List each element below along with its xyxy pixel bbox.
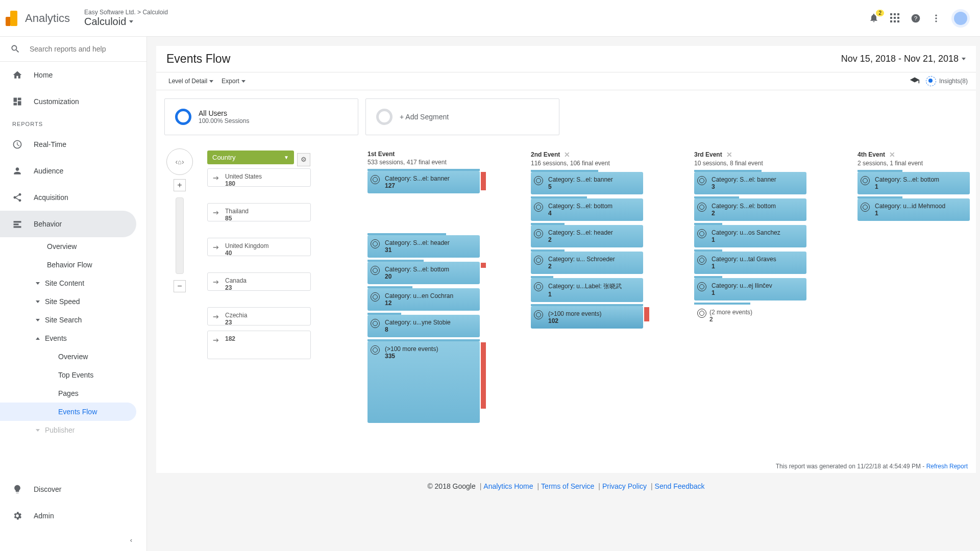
breadcrumb[interactable]: Easy Software Ltd. > Calculoid bbox=[84, 9, 168, 16]
person-icon bbox=[12, 166, 22, 176]
collapse-sidebar-button[interactable]: ‹ bbox=[0, 529, 146, 551]
footer-tos[interactable]: Terms of Service bbox=[541, 482, 594, 490]
add-segment-button[interactable]: + Add Segment bbox=[365, 98, 559, 135]
flow-event-column: 1st Event533 sessions, 417 final eventCa… bbox=[368, 151, 480, 427]
dimension-selector[interactable]: Country▼ bbox=[207, 151, 294, 164]
event-icon bbox=[861, 176, 870, 185]
export-dropdown[interactable]: Export bbox=[217, 76, 250, 87]
event-icon bbox=[371, 345, 380, 355]
event-icon bbox=[534, 229, 543, 238]
nav-behavior-overview[interactable]: Overview bbox=[0, 237, 146, 256]
zoom-slider[interactable] bbox=[176, 197, 184, 274]
help-icon[interactable]: ? bbox=[911, 13, 921, 23]
gear-icon bbox=[12, 511, 22, 521]
source-node[interactable]: Canada23 bbox=[207, 272, 311, 291]
source-node[interactable]: Thailand85 bbox=[207, 203, 311, 221]
flow-nav-button[interactable]: ‹ ⌂ › bbox=[166, 148, 193, 175]
event-node[interactable]: Category: u...tal Graves1 bbox=[694, 252, 806, 274]
insights-button[interactable]: Insights(8) bbox=[926, 76, 968, 86]
nav-customization[interactable]: Customization bbox=[0, 88, 146, 115]
chevron-down-icon bbox=[129, 20, 133, 23]
nav-audience[interactable]: Audience bbox=[0, 158, 146, 184]
event-node[interactable]: Category: u...os Sanchez1 bbox=[694, 225, 806, 247]
nav-site-content[interactable]: Site Content bbox=[0, 274, 146, 292]
nav-events-top[interactable]: Top Events bbox=[0, 366, 146, 384]
level-of-detail-dropdown[interactable]: Level of Detail bbox=[164, 76, 217, 87]
education-icon[interactable] bbox=[910, 76, 920, 86]
event-icon bbox=[371, 319, 380, 328]
event-node[interactable]: (>100 more events)335 bbox=[368, 341, 480, 423]
nav-events-pages[interactable]: Pages bbox=[0, 384, 146, 403]
nav-home[interactable]: Home bbox=[0, 62, 146, 88]
close-icon[interactable]: ✕ bbox=[726, 151, 732, 159]
close-icon[interactable]: ✕ bbox=[564, 151, 570, 159]
event-node[interactable]: Category: u...id Mehmood1 bbox=[857, 198, 970, 221]
notifications-button[interactable]: 2 bbox=[869, 13, 880, 24]
property-selector[interactable]: Calculoid bbox=[84, 16, 168, 28]
event-node[interactable]: Category: S...el: bottom4 bbox=[531, 198, 643, 221]
event-node[interactable]: Category: S...el: bottom20 bbox=[368, 262, 480, 284]
nav-admin[interactable]: Admin bbox=[0, 503, 146, 529]
nav-acquisition[interactable]: Acquisition bbox=[0, 184, 146, 211]
events-flow-viz: ‹ ⌂ › + − Country▼ ⚙ United States180Tha… bbox=[156, 143, 976, 460]
event-icon bbox=[534, 256, 543, 265]
event-node[interactable]: Category: u...Label: 张晓武1 bbox=[531, 278, 643, 302]
clock-icon bbox=[12, 139, 22, 149]
event-node[interactable]: Category: S...el: bottom2 bbox=[694, 198, 806, 221]
event-node[interactable]: (>100 more events)102 bbox=[531, 306, 643, 329]
segment-all-users[interactable]: All Users100.00% Sessions bbox=[164, 98, 358, 135]
nav-events-overview[interactable]: Overview bbox=[0, 347, 146, 366]
event-node[interactable]: Category: u...en Cochran12 bbox=[368, 288, 480, 311]
refresh-report-link[interactable]: Refresh Report bbox=[926, 463, 968, 470]
zoom-in-button[interactable]: + bbox=[174, 179, 186, 191]
nav-events[interactable]: Events bbox=[0, 329, 146, 347]
footer-feedback[interactable]: Send Feedback bbox=[655, 482, 705, 490]
event-icon bbox=[371, 239, 380, 248]
chevron-down-icon bbox=[36, 300, 40, 303]
event-node[interactable]: Category: u... Schroeder2 bbox=[531, 252, 643, 274]
event-node[interactable]: Category: S...el: header2 bbox=[531, 225, 643, 247]
chevron-down-icon bbox=[36, 429, 40, 432]
nav-events-flow[interactable]: Events Flow bbox=[0, 403, 136, 421]
source-node[interactable]: United States180 bbox=[207, 168, 311, 187]
apps-icon[interactable] bbox=[890, 13, 900, 23]
nav-behavior-flow[interactable]: Behavior Flow bbox=[0, 256, 146, 274]
nav-publisher[interactable]: Publisher bbox=[0, 421, 146, 439]
event-node[interactable]: Category: u...ej Ilinčev1 bbox=[694, 278, 806, 300]
zoom-out-button[interactable]: − bbox=[174, 280, 186, 292]
nav-site-search[interactable]: Site Search bbox=[0, 311, 146, 329]
nav-behavior[interactable]: Behavior bbox=[0, 211, 136, 237]
source-node[interactable]: 182 bbox=[207, 331, 311, 359]
source-node[interactable]: Czechia23 bbox=[207, 307, 311, 325]
content-area: Events Flow Nov 15, 2018 - Nov 21, 2018 … bbox=[147, 37, 980, 551]
svg-point-2 bbox=[935, 14, 937, 16]
event-icon bbox=[534, 203, 543, 212]
account-avatar[interactable] bbox=[951, 9, 970, 28]
nav-realtime[interactable]: Real-Time bbox=[0, 131, 146, 158]
search-row[interactable] bbox=[0, 37, 146, 62]
segment-circle-icon bbox=[376, 109, 393, 125]
svg-point-3 bbox=[935, 17, 937, 19]
event-node[interactable]: (2 more events)2 bbox=[694, 305, 806, 327]
arrow-icon bbox=[212, 313, 220, 321]
event-node[interactable]: Category: S...el: banner127 bbox=[368, 171, 480, 193]
source-node[interactable]: United Kingdom40 bbox=[207, 238, 311, 256]
event-node[interactable]: Category: S...el: bottom1 bbox=[857, 172, 970, 194]
dimension-settings-button[interactable]: ⚙ bbox=[297, 153, 310, 166]
search-input[interactable] bbox=[30, 45, 136, 53]
event-icon bbox=[697, 282, 706, 291]
close-icon[interactable]: ✕ bbox=[889, 151, 895, 159]
nav-site-speed[interactable]: Site Speed bbox=[0, 292, 146, 311]
svg-text:?: ? bbox=[914, 15, 918, 21]
chevron-down-icon bbox=[209, 80, 213, 83]
event-node[interactable]: Category: S...el: banner3 bbox=[694, 172, 806, 194]
footer-analytics-home[interactable]: Analytics Home bbox=[483, 482, 533, 490]
chevron-up-icon bbox=[36, 337, 40, 340]
event-node[interactable]: Category: S...el: header31 bbox=[368, 235, 480, 258]
event-node[interactable]: Category: u...yne Stobie8 bbox=[368, 315, 480, 337]
more-vert-icon[interactable] bbox=[931, 13, 941, 23]
event-node[interactable]: Category: S...el: banner5 bbox=[531, 172, 643, 194]
date-range-picker[interactable]: Nov 15, 2018 - Nov 21, 2018 bbox=[841, 54, 966, 64]
nav-discover[interactable]: Discover bbox=[0, 476, 146, 503]
footer-privacy[interactable]: Privacy Policy bbox=[602, 482, 647, 490]
